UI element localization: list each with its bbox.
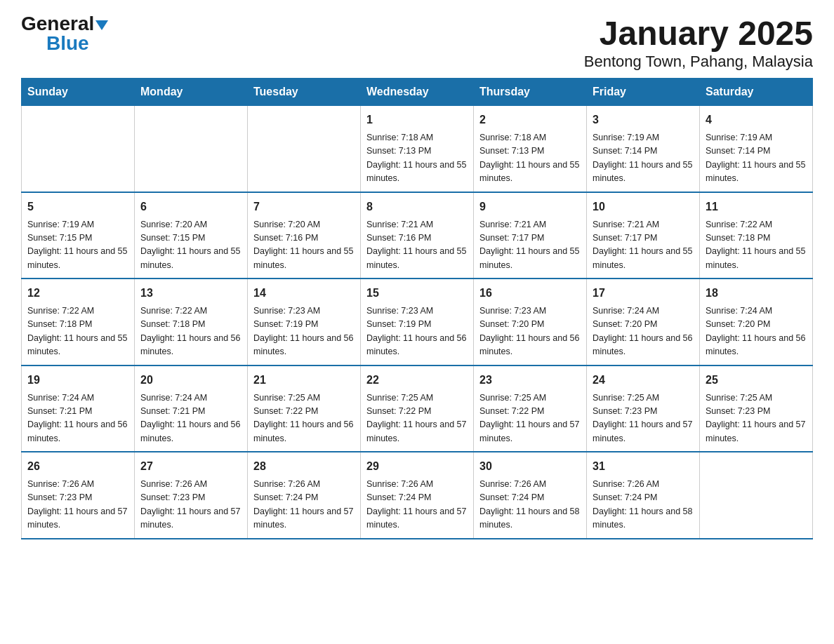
- calendar-cell: 1Sunrise: 7:18 AM Sunset: 7:13 PM Daylig…: [361, 106, 474, 192]
- calendar-cell: 30Sunrise: 7:26 AM Sunset: 7:24 PM Dayli…: [474, 452, 587, 539]
- day-header-sunday: Sunday: [22, 79, 135, 106]
- day-number: 20: [140, 372, 241, 389]
- calendar-cell: 29Sunrise: 7:26 AM Sunset: 7:24 PM Dayli…: [361, 452, 474, 539]
- calendar-cell: 8Sunrise: 7:21 AM Sunset: 7:16 PM Daylig…: [361, 192, 474, 279]
- calendar-cell: 18Sunrise: 7:24 AM Sunset: 7:20 PM Dayli…: [700, 279, 813, 365]
- calendar-body: 1Sunrise: 7:18 AM Sunset: 7:13 PM Daylig…: [22, 106, 813, 539]
- day-info: Sunrise: 7:21 AM Sunset: 7:16 PM Dayligh…: [366, 218, 468, 273]
- calendar-cell: 23Sunrise: 7:25 AM Sunset: 7:22 PM Dayli…: [474, 365, 587, 452]
- calendar-cell: 14Sunrise: 7:23 AM Sunset: 7:19 PM Dayli…: [248, 279, 361, 365]
- day-number: 30: [479, 458, 581, 475]
- day-info: Sunrise: 7:22 AM Sunset: 7:18 PM Dayligh…: [27, 304, 128, 359]
- calendar-cell: [700, 452, 813, 539]
- day-number: 13: [140, 285, 241, 302]
- calendar-cell: 11Sunrise: 7:22 AM Sunset: 7:18 PM Dayli…: [700, 192, 813, 279]
- day-number: 15: [366, 285, 468, 302]
- day-number: 29: [366, 458, 468, 475]
- calendar-subtitle: Bentong Town, Pahang, Malaysia: [584, 53, 813, 71]
- day-number: 1: [366, 112, 468, 128]
- day-number: 21: [253, 372, 355, 389]
- logo-blue: Blue: [46, 34, 89, 53]
- day-number: 5: [27, 199, 128, 215]
- calendar-cell: 2Sunrise: 7:18 AM Sunset: 7:13 PM Daylig…: [474, 106, 587, 192]
- day-info: Sunrise: 7:23 AM Sunset: 7:19 PM Dayligh…: [366, 304, 468, 359]
- calendar-cell: 3Sunrise: 7:19 AM Sunset: 7:14 PM Daylig…: [587, 106, 700, 192]
- calendar-cell: 21Sunrise: 7:25 AM Sunset: 7:22 PM Dayli…: [248, 365, 361, 452]
- day-info: Sunrise: 7:18 AM Sunset: 7:13 PM Dayligh…: [366, 131, 468, 186]
- day-number: 2: [479, 112, 581, 128]
- calendar-cell: 12Sunrise: 7:22 AM Sunset: 7:18 PM Dayli…: [22, 279, 135, 365]
- day-info: Sunrise: 7:20 AM Sunset: 7:16 PM Dayligh…: [253, 218, 355, 273]
- title-block: January 2025 Bentong Town, Pahang, Malay…: [584, 14, 813, 71]
- day-header-tuesday: Tuesday: [248, 79, 361, 106]
- day-number: 7: [253, 199, 355, 215]
- calendar-cell: 24Sunrise: 7:25 AM Sunset: 7:23 PM Dayli…: [587, 365, 700, 452]
- day-header-row: SundayMondayTuesdayWednesdayThursdayFrid…: [22, 79, 813, 106]
- day-info: Sunrise: 7:19 AM Sunset: 7:15 PM Dayligh…: [27, 218, 128, 273]
- day-number: 24: [593, 372, 694, 389]
- calendar-week-1: 1Sunrise: 7:18 AM Sunset: 7:13 PM Daylig…: [22, 106, 813, 192]
- logo-general: General: [21, 14, 108, 34]
- calendar-cell: 19Sunrise: 7:24 AM Sunset: 7:21 PM Dayli…: [22, 365, 135, 452]
- day-number: 23: [479, 372, 581, 389]
- calendar-week-2: 5Sunrise: 7:19 AM Sunset: 7:15 PM Daylig…: [22, 192, 813, 279]
- calendar-header: SundayMondayTuesdayWednesdayThursdayFrid…: [22, 79, 813, 106]
- day-number: 8: [366, 199, 468, 215]
- day-number: 9: [479, 199, 581, 215]
- day-info: Sunrise: 7:22 AM Sunset: 7:18 PM Dayligh…: [140, 304, 241, 359]
- day-info: Sunrise: 7:23 AM Sunset: 7:19 PM Dayligh…: [253, 304, 355, 359]
- calendar-cell: 7Sunrise: 7:20 AM Sunset: 7:16 PM Daylig…: [248, 192, 361, 279]
- day-info: Sunrise: 7:26 AM Sunset: 7:24 PM Dayligh…: [366, 478, 468, 532]
- day-number: 16: [479, 285, 581, 302]
- day-info: Sunrise: 7:25 AM Sunset: 7:23 PM Dayligh…: [593, 391, 694, 446]
- day-number: 14: [253, 285, 355, 302]
- calendar-title: January 2025: [584, 14, 813, 53]
- page-header: General Blue January 2025 Bentong Town, …: [21, 14, 813, 71]
- calendar-cell: 26Sunrise: 7:26 AM Sunset: 7:23 PM Dayli…: [22, 452, 135, 539]
- calendar-cell: 6Sunrise: 7:20 AM Sunset: 7:15 PM Daylig…: [135, 192, 248, 279]
- day-number: 10: [593, 199, 694, 215]
- day-header-monday: Monday: [135, 79, 248, 106]
- calendar-cell: [135, 106, 248, 192]
- calendar-table: SundayMondayTuesdayWednesdayThursdayFrid…: [21, 78, 813, 539]
- day-number: 6: [140, 199, 241, 215]
- day-info: Sunrise: 7:26 AM Sunset: 7:23 PM Dayligh…: [140, 478, 241, 532]
- calendar-cell: 27Sunrise: 7:26 AM Sunset: 7:23 PM Dayli…: [135, 452, 248, 539]
- calendar-cell: [248, 106, 361, 192]
- calendar-cell: 22Sunrise: 7:25 AM Sunset: 7:22 PM Dayli…: [361, 365, 474, 452]
- day-info: Sunrise: 7:22 AM Sunset: 7:18 PM Dayligh…: [706, 218, 807, 273]
- calendar-cell: 5Sunrise: 7:19 AM Sunset: 7:15 PM Daylig…: [22, 192, 135, 279]
- logo: General Blue: [21, 14, 108, 53]
- calendar-week-4: 19Sunrise: 7:24 AM Sunset: 7:21 PM Dayli…: [22, 365, 813, 452]
- day-info: Sunrise: 7:24 AM Sunset: 7:21 PM Dayligh…: [140, 391, 241, 446]
- day-info: Sunrise: 7:26 AM Sunset: 7:24 PM Dayligh…: [593, 478, 694, 532]
- day-number: 18: [706, 285, 807, 302]
- day-number: 19: [27, 372, 128, 389]
- day-info: Sunrise: 7:25 AM Sunset: 7:22 PM Dayligh…: [253, 391, 355, 446]
- day-info: Sunrise: 7:21 AM Sunset: 7:17 PM Dayligh…: [479, 218, 581, 273]
- calendar-cell: 20Sunrise: 7:24 AM Sunset: 7:21 PM Dayli…: [135, 365, 248, 452]
- calendar-week-5: 26Sunrise: 7:26 AM Sunset: 7:23 PM Dayli…: [22, 452, 813, 539]
- day-info: Sunrise: 7:20 AM Sunset: 7:15 PM Dayligh…: [140, 218, 241, 273]
- calendar-cell: 10Sunrise: 7:21 AM Sunset: 7:17 PM Dayli…: [587, 192, 700, 279]
- day-info: Sunrise: 7:25 AM Sunset: 7:23 PM Dayligh…: [706, 391, 807, 446]
- day-header-friday: Friday: [587, 79, 700, 106]
- day-number: 31: [593, 458, 694, 475]
- day-info: Sunrise: 7:23 AM Sunset: 7:20 PM Dayligh…: [479, 304, 581, 359]
- day-info: Sunrise: 7:25 AM Sunset: 7:22 PM Dayligh…: [366, 391, 468, 446]
- logo-triangle-icon: [95, 20, 108, 30]
- day-header-saturday: Saturday: [700, 79, 813, 106]
- day-number: 11: [706, 199, 807, 215]
- day-number: 17: [593, 285, 694, 302]
- day-number: 27: [140, 458, 241, 475]
- day-number: 12: [27, 285, 128, 302]
- day-header-thursday: Thursday: [474, 79, 587, 106]
- calendar-cell: 17Sunrise: 7:24 AM Sunset: 7:20 PM Dayli…: [587, 279, 700, 365]
- calendar-cell: 13Sunrise: 7:22 AM Sunset: 7:18 PM Dayli…: [135, 279, 248, 365]
- calendar-cell: 28Sunrise: 7:26 AM Sunset: 7:24 PM Dayli…: [248, 452, 361, 539]
- day-info: Sunrise: 7:18 AM Sunset: 7:13 PM Dayligh…: [479, 131, 581, 186]
- day-number: 26: [27, 458, 128, 475]
- calendar-week-3: 12Sunrise: 7:22 AM Sunset: 7:18 PM Dayli…: [22, 279, 813, 365]
- day-number: 3: [593, 112, 694, 128]
- day-info: Sunrise: 7:19 AM Sunset: 7:14 PM Dayligh…: [593, 131, 694, 186]
